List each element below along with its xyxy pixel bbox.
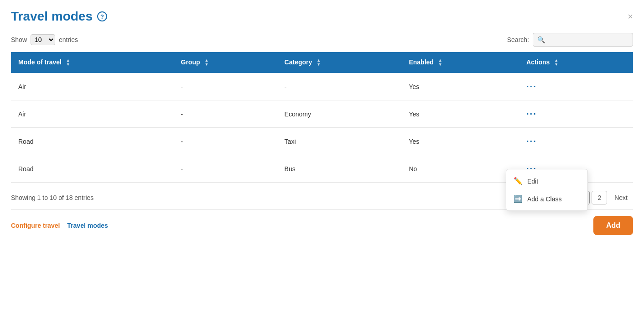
cell-mode: Road (11, 155, 174, 183)
sort-arrows-mode: ▲▼ (66, 58, 70, 67)
close-icon[interactable]: × (628, 11, 633, 22)
col-header-category[interactable]: Category ▲▼ (277, 52, 402, 73)
search-icon: 🔍 (537, 36, 545, 43)
table-row: Air - Economy Yes ··· (11, 100, 633, 128)
cell-actions: ··· (519, 128, 633, 155)
cell-category: Bus (277, 155, 402, 183)
add-class-menu-item[interactable]: ➡️ Add a Class (506, 190, 587, 208)
actions-menu-button-active[interactable]: ··· (526, 109, 537, 119)
breadcrumb: Configure travel Travel modes (11, 222, 108, 229)
cell-mode: Air (11, 73, 174, 100)
edit-menu-item[interactable]: ✏️ Edit (506, 172, 587, 190)
cell-mode: Air (11, 100, 174, 128)
search-input[interactable] (533, 33, 633, 47)
travel-modes-breadcrumb: Travel modes (67, 222, 108, 229)
col-header-group[interactable]: Group ▲▼ (174, 52, 277, 73)
cell-category: Taxi (277, 128, 402, 155)
showing-text: Showing 1 to 10 of 18 entries (11, 194, 93, 201)
toolbar: Show 10 25 50 100 entries Search: 🔍 (11, 33, 633, 47)
actions-menu-button[interactable]: ··· (526, 81, 537, 91)
cell-enabled: Yes (401, 128, 519, 155)
col-header-enabled[interactable]: Enabled ▲▼ (401, 52, 519, 73)
search-input-wrap: 🔍 (533, 33, 633, 47)
sort-arrows-category: ▲▼ (317, 58, 321, 67)
page-2-button[interactable]: 2 (592, 191, 607, 205)
sort-arrows-enabled: ▲▼ (438, 58, 442, 67)
cell-enabled: Yes (401, 73, 519, 100)
cell-category: - (277, 73, 402, 100)
cell-enabled: No (401, 155, 519, 183)
col-header-actions[interactable]: Actions ▲▼ (519, 52, 633, 73)
table-row: Road - Taxi Yes ··· (11, 128, 633, 155)
table-header-row: Mode of travel ▲▼ Group ▲▼ Category ▲▼ E… (11, 52, 633, 73)
entries-select[interactable]: 10 25 50 100 (31, 34, 55, 45)
search-label: Search: (507, 36, 529, 43)
show-entries-control: Show 10 25 50 100 entries (11, 34, 78, 45)
search-area: Search: 🔍 (507, 33, 633, 47)
sort-arrows-group: ▲▼ (204, 58, 208, 67)
sort-arrows-actions: ▲▼ (554, 58, 558, 67)
table-row: Air - - Yes ··· (11, 73, 633, 100)
configure-travel-link[interactable]: Configure travel (11, 222, 60, 229)
actions-menu-button[interactable]: ··· (526, 136, 537, 146)
actions-dropdown-menu: ✏️ Edit ➡️ Add a Class (506, 169, 588, 211)
travel-modes-table: Mode of travel ▲▼ Group ▲▼ Category ▲▼ E… (11, 52, 633, 183)
bottom-bar: Configure travel Travel modes Add (11, 209, 633, 242)
add-class-icon: ➡️ (514, 194, 523, 203)
show-label: Show (11, 36, 27, 43)
help-icon[interactable]: ? (97, 11, 107, 21)
cell-actions: ··· (519, 73, 633, 100)
edit-label: Edit (527, 178, 538, 185)
col-header-mode[interactable]: Mode of travel ▲▼ (11, 52, 174, 73)
cell-group: - (174, 155, 277, 183)
page-title: Travel modes ? (11, 9, 107, 24)
add-button[interactable]: Add (593, 216, 633, 235)
cell-group: - (174, 100, 277, 128)
table-wrap: Mode of travel ▲▼ Group ▲▼ Category ▲▼ E… (11, 52, 633, 183)
next-button[interactable]: Next (609, 191, 633, 204)
cell-group: - (174, 128, 277, 155)
cell-group: - (174, 73, 277, 100)
cell-mode: Road (11, 128, 174, 155)
entries-label: entries (59, 36, 78, 43)
cell-category: Economy (277, 100, 402, 128)
cell-actions: ··· (519, 100, 633, 128)
cell-enabled: Yes (401, 100, 519, 128)
edit-icon: ✏️ (514, 177, 523, 185)
add-class-label: Add a Class (527, 195, 561, 203)
